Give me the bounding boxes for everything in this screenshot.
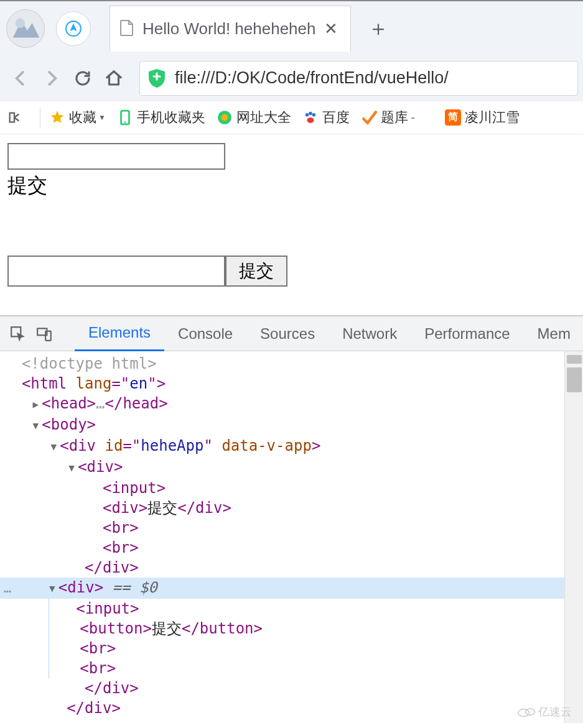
forward-button[interactable] bbox=[36, 63, 67, 94]
tab-title: Hello World! heheheheh bbox=[142, 19, 315, 39]
divider bbox=[40, 108, 40, 127]
submit-button[interactable]: 提交 bbox=[225, 256, 287, 287]
bookmark-baidu[interactable]: 百度 bbox=[302, 108, 350, 127]
tab-sources[interactable]: Sources bbox=[246, 316, 329, 351]
check-icon bbox=[361, 109, 377, 126]
compass-icon[interactable] bbox=[56, 11, 91, 46]
bookmark-label: 题库 bbox=[381, 108, 408, 127]
file-icon bbox=[120, 20, 134, 39]
devtools-body: <!doctype html> <html lang="en"> ▶<head>… bbox=[0, 351, 583, 723]
extensions-icon[interactable] bbox=[6, 109, 26, 126]
expand-icon[interactable]: ▶ bbox=[30, 395, 40, 415]
page-content: 提交 提交 bbox=[0, 134, 583, 293]
text-input-1[interactable] bbox=[7, 143, 225, 170]
text-input-2[interactable] bbox=[7, 256, 225, 287]
scroll-up-icon[interactable] bbox=[567, 355, 582, 364]
bookmark-favorites[interactable]: 收藏 ▼ bbox=[49, 108, 106, 127]
new-tab-button[interactable]: ＋ bbox=[360, 14, 397, 43]
collapse-icon[interactable]: ▼ bbox=[47, 579, 57, 599]
selected-node[interactable]: … ▼<div> == $0 bbox=[0, 578, 564, 599]
submit-text: 提交 bbox=[7, 172, 576, 200]
reload-button[interactable] bbox=[67, 63, 98, 94]
bookmark-label: 百度 bbox=[322, 108, 350, 127]
svg-point-16 bbox=[526, 709, 535, 716]
watermark-text: 亿速云 bbox=[538, 704, 572, 719]
form-block-1: 提交 bbox=[7, 143, 576, 200]
svg-point-1 bbox=[16, 19, 25, 28]
devtools-tabs: Elements Console Sources Network Perform… bbox=[0, 316, 583, 351]
svg-point-9 bbox=[309, 111, 312, 114]
form-block-2: 提交 bbox=[7, 256, 576, 287]
bookmark-suffix: - bbox=[411, 109, 415, 126]
device-icon[interactable] bbox=[36, 324, 52, 344]
home-button[interactable] bbox=[98, 63, 129, 94]
chevron-down-icon: ▼ bbox=[98, 113, 106, 122]
elements-tree[interactable]: <!doctype html> <html lang="en"> ▶<head>… bbox=[0, 351, 564, 723]
bookmark-label: 凌川江雪 bbox=[465, 108, 520, 127]
close-icon[interactable]: ✕ bbox=[315, 19, 338, 39]
paw-icon bbox=[302, 109, 319, 126]
svg-point-15 bbox=[518, 709, 529, 717]
bookmark-label: 网址大全 bbox=[236, 108, 291, 127]
collapse-icon[interactable]: ▼ bbox=[49, 437, 58, 457]
bookmarks-bar: 收藏 ▼ 手机收藏夹 网址大全 百度 题库 - 简 凌川江雪 bbox=[0, 101, 583, 134]
tab-network[interactable]: Network bbox=[329, 316, 411, 351]
inspect-icon[interactable] bbox=[10, 324, 26, 344]
dom-doctype: <!doctype html> bbox=[22, 355, 157, 372]
tab-elements[interactable]: Elements bbox=[75, 316, 164, 351]
url-bar[interactable]: file:///D:/OK/Code/frontEnd/vueHello/ bbox=[139, 61, 578, 96]
shield-icon bbox=[146, 68, 167, 89]
svg-point-10 bbox=[312, 113, 315, 116]
star-icon bbox=[49, 109, 65, 126]
tab-memory[interactable]: Mem bbox=[524, 316, 583, 351]
jian-icon: 简 bbox=[445, 109, 461, 126]
url-text: file:///D:/OK/Code/frontEnd/vueHello/ bbox=[175, 68, 449, 88]
bookmark-sites[interactable]: 网址大全 bbox=[217, 108, 291, 127]
svg-rect-3 bbox=[10, 113, 14, 122]
svg-point-7 bbox=[221, 114, 228, 121]
browser-navbar: file:///D:/OK/Code/frontEnd/vueHello/ bbox=[0, 56, 583, 101]
bookmark-lingchuan[interactable]: 简 凌川江雪 bbox=[445, 108, 520, 127]
browser-titlebar: Hello World! heheheheh ✕ ＋ bbox=[0, 1, 583, 56]
bookmark-tiku[interactable]: 题库 - bbox=[361, 108, 415, 127]
browser-tab[interactable]: Hello World! heheheheh ✕ bbox=[110, 6, 351, 52]
bookmark-mobile[interactable]: 手机收藏夹 bbox=[117, 108, 205, 127]
collapse-icon[interactable]: ▼ bbox=[30, 416, 40, 436]
scrollbar[interactable] bbox=[564, 351, 583, 723]
collapse-icon[interactable]: ▼ bbox=[67, 458, 77, 478]
bookmark-label: 手机收藏夹 bbox=[137, 108, 205, 127]
bookmark-label: 收藏 bbox=[69, 108, 96, 127]
svg-point-5 bbox=[124, 121, 126, 123]
phone-icon bbox=[117, 109, 133, 126]
svg-point-11 bbox=[307, 117, 314, 123]
svg-point-8 bbox=[305, 113, 309, 116]
devtools-panel: Elements Console Sources Network Perform… bbox=[0, 315, 583, 723]
tab-console[interactable]: Console bbox=[164, 316, 246, 351]
scroll-thumb[interactable] bbox=[567, 367, 582, 392]
back-button[interactable] bbox=[5, 63, 36, 94]
tab-performance[interactable]: Performance bbox=[411, 316, 523, 351]
profile-avatar[interactable] bbox=[6, 9, 45, 48]
watermark: 亿速云 bbox=[517, 704, 572, 719]
globe-icon bbox=[217, 109, 233, 126]
